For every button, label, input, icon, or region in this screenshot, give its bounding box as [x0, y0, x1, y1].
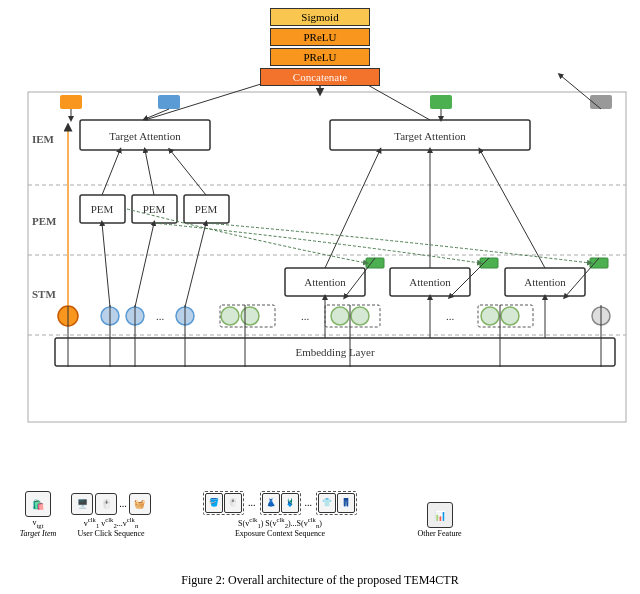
- attention2-label: Attention: [409, 276, 451, 288]
- exp-circle-2-2: [351, 307, 369, 325]
- svg-line-21: [480, 150, 545, 268]
- attention3-label: Attention: [524, 276, 566, 288]
- green-arrow-3: [206, 223, 590, 263]
- target-circle: [58, 306, 78, 326]
- exp-icon-1-2: 🖱️: [224, 493, 242, 513]
- pem3-label: PEM: [195, 203, 218, 215]
- svg-line-36: [450, 258, 489, 297]
- svg-line-19: [325, 150, 380, 268]
- orange-indicator: [60, 95, 82, 109]
- exp-group-1-border: [220, 305, 275, 327]
- blue-indicator: [158, 95, 180, 109]
- attention1-box: [285, 268, 365, 296]
- attention1-label: Attention: [304, 276, 346, 288]
- iem-label: IEM: [32, 133, 55, 145]
- exp-icon-3-1: 👕: [318, 493, 336, 513]
- svg-line-24: [102, 150, 120, 195]
- target-attention-left-label: Target Attention: [109, 130, 181, 142]
- exp-circle-1-2: [241, 307, 259, 325]
- exp-circle-2-1: [331, 307, 349, 325]
- exp-circle-3-1: [481, 307, 499, 325]
- svg-line-34: [560, 75, 601, 109]
- svg-text:...: ...: [301, 310, 310, 322]
- sigmoid-box: Sigmoid: [270, 8, 370, 26]
- prelu2-box: PReLU: [270, 48, 370, 66]
- svg-text:...: ...: [446, 310, 455, 322]
- bottom-section: 🛍️ vtgt Target Item 🖥️ 🖱️ ... 🧺 vclk1 vc…: [14, 491, 467, 538]
- exp-icon-2-2: 🩱: [281, 493, 299, 513]
- exp-group-2-border: [325, 305, 380, 327]
- svg-line-26: [170, 150, 206, 195]
- green-rect-2: [480, 258, 498, 268]
- exp-icon-3-2: 👖: [337, 493, 355, 513]
- target-item-sub: vtgt: [32, 518, 43, 529]
- target-attention-right-label: Target Attention: [394, 130, 466, 142]
- click-circle-2: [126, 307, 144, 325]
- svg-text:...: ...: [156, 310, 165, 322]
- pem2-box: [132, 195, 177, 223]
- exp-icon-1-1: 🪣: [205, 493, 223, 513]
- green-rect-3: [590, 258, 608, 268]
- green-arrow-2: [154, 223, 480, 263]
- attention3-box: [505, 268, 585, 296]
- svg-line-32: [145, 109, 169, 119]
- exp-group-3: 👕 👖: [316, 491, 357, 515]
- prelu1-box: PReLU: [270, 28, 370, 46]
- user-click-group: 🖥️ 🖱️ ... 🧺 vclk1 vclk2...vclkn User Cli…: [66, 493, 156, 538]
- green-rect-1: [366, 258, 384, 268]
- exp-circle-3-2: [501, 307, 519, 325]
- click-circle-1: [101, 307, 119, 325]
- click-dots: ...: [119, 498, 127, 509]
- svg-rect-0: [28, 92, 626, 422]
- green-indicator: [430, 95, 452, 109]
- svg-line-35: [345, 258, 375, 297]
- click-circle-n: [176, 307, 194, 325]
- embedding-box: [55, 338, 615, 366]
- svg-line-27: [102, 223, 110, 307]
- svg-line-29: [185, 223, 206, 307]
- green-arrow-1: [127, 209, 366, 263]
- gray-indicator: [590, 95, 612, 109]
- svg-line-28: [135, 223, 154, 307]
- click-sub: vclk1 vclk2...vclkn: [84, 516, 138, 529]
- stm-label: STM: [32, 288, 56, 300]
- svg-line-25: [145, 150, 154, 195]
- figure-caption: Figure 2: Overall architecture of the pr…: [181, 573, 458, 588]
- click-icon-1: 🖥️: [71, 493, 93, 515]
- exp-dots-2: ...: [305, 497, 313, 508]
- embedding-label: Embedding Layer: [295, 346, 374, 358]
- other-circle: [592, 307, 610, 325]
- exp-group-3-border: [478, 305, 533, 327]
- pem-label: PEM: [32, 215, 57, 227]
- other-icon: 📊: [427, 502, 453, 528]
- click-icon-2: 🖱️: [95, 493, 117, 515]
- concat-box: Concatenate: [260, 68, 380, 86]
- target-item-group: 🛍️ vtgt Target Item: [14, 491, 62, 538]
- exp-label: Exposure Context Sequence: [235, 529, 325, 538]
- target-item-icon: 🛍️: [25, 491, 51, 517]
- exp-sub: S(vclk1) S(vclk2)...S(vclkn): [238, 516, 322, 529]
- exp-dots-1: ...: [248, 497, 256, 508]
- diagram-container: Sigmoid PReLU PReLU Concatenate IEM PEM: [0, 0, 640, 594]
- other-label: Other Feature: [417, 529, 461, 538]
- pem1-box: [80, 195, 125, 223]
- pem3-box: [184, 195, 229, 223]
- exp-circle-1-1: [221, 307, 239, 325]
- exp-group-1: 🪣 🖱️: [203, 491, 244, 515]
- attention2-box: [390, 268, 470, 296]
- svg-line-37: [565, 258, 599, 297]
- exposure-group: 🪣 🖱️ ... 👗 🩱 ... 👕 👖 S(vclk1) S(vclk2)..…: [160, 491, 400, 538]
- target-attention-right-box: [330, 120, 530, 150]
- pem2-label: PEM: [143, 203, 166, 215]
- click-icon-n: 🧺: [129, 493, 151, 515]
- click-label: User Click Sequence: [77, 529, 144, 538]
- other-feature-group: 📊 Other Feature: [412, 502, 467, 538]
- pem1-label: PEM: [91, 203, 114, 215]
- exp-icon-2-1: 👗: [262, 493, 280, 513]
- target-item-label: Target Item: [20, 529, 57, 538]
- target-attention-left-box: [80, 120, 210, 150]
- exp-group-2: 👗 🩱: [260, 491, 301, 515]
